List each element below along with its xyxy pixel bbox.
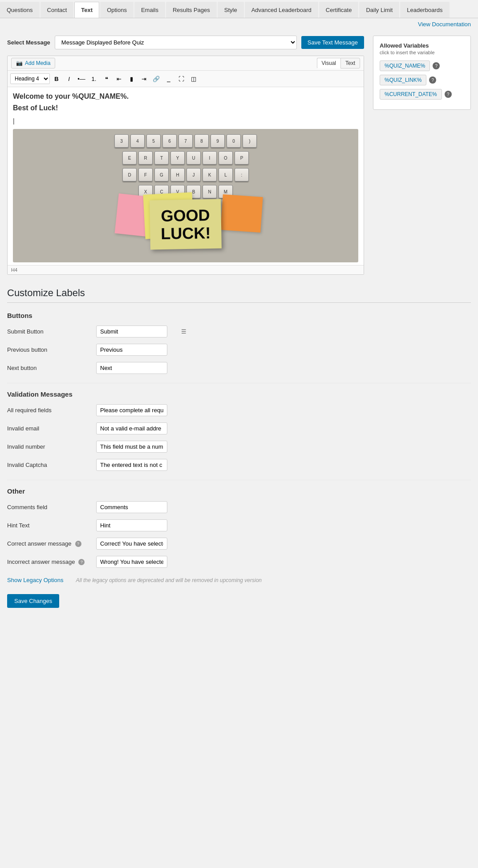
invalid-captcha-label: Invalid Captcha — [7, 462, 96, 468]
previous-button-row: Previous button — [7, 344, 471, 356]
tab-leaderboards[interactable]: Leaderboards — [400, 2, 449, 18]
editor-content-area[interactable]: Welcome to your %QUIZ_NAME%. Best of Luc… — [8, 87, 364, 265]
variable-quiz-name-badge[interactable]: %QUIZ_NAME% — [380, 60, 430, 71]
editor-good-luck-text: Best of Luck! — [13, 104, 358, 112]
tab-contact[interactable]: Contact — [41, 2, 74, 18]
visual-text-tabs: Visual Text — [317, 58, 360, 68]
sticky-note-text: GOODLUCK! — [158, 206, 212, 242]
ordered-list-button[interactable]: 1. — [88, 73, 100, 84]
next-button-label: Next button — [7, 365, 96, 371]
tab-certificate[interactable]: Certificate — [319, 2, 359, 18]
editor-status-bar: H4 — [8, 265, 364, 274]
legacy-note: All the legacy options are deprecated an… — [76, 577, 262, 583]
tab-emails[interactable]: Emails — [134, 2, 165, 18]
submit-button-label: Submit Button — [7, 328, 96, 335]
submit-button-row: Submit Button ☰ — [7, 326, 471, 338]
unordered-list-button[interactable]: •— — [76, 73, 87, 84]
hint-text-input[interactable] — [96, 519, 167, 531]
legacy-options-row: Show Legacy Options All the legacy optio… — [7, 577, 471, 583]
hint-text-row: Hint Text — [7, 519, 471, 531]
format-toolbar: Heading 4 Heading 1 Heading 2 Heading 3 … — [8, 71, 364, 87]
required-fields-label: All required fields — [7, 407, 96, 414]
tab-questions[interactable]: Questions — [0, 2, 40, 18]
italic-button[interactable]: I — [63, 73, 75, 84]
next-button-row: Next button — [7, 362, 471, 374]
variable-item-current-date: %CURRENT_DATE% ? — [380, 89, 464, 100]
hint-text-label: Hint Text — [7, 522, 96, 529]
save-text-message-button[interactable]: Save Text Message — [301, 36, 364, 49]
buttons-subsection: Buttons Submit Button ☰ Previous button … — [7, 312, 471, 374]
visual-tab[interactable]: Visual — [317, 58, 340, 68]
save-changes-button[interactable]: Save Changes — [7, 594, 59, 608]
variable-quiz-link-help[interactable]: ? — [429, 76, 436, 84]
variable-quiz-link-badge[interactable]: %QUIZ_LINK% — [380, 75, 426, 85]
sub-separator-2 — [7, 480, 471, 480]
horizontal-rule-button[interactable]: ⎯ — [163, 73, 174, 84]
view-documentation-link[interactable]: View Documentation — [418, 21, 471, 28]
image-icon: 📷 — [16, 60, 23, 66]
incorrect-answer-label: Incorrect answer message ? — [7, 559, 96, 565]
select-message-row: Select Message Message Displayed Before … — [7, 36, 364, 49]
text-tab[interactable]: Text — [340, 58, 360, 68]
correct-answer-label: Correct answer message ? — [7, 540, 96, 547]
invalid-captcha-input[interactable] — [96, 459, 167, 471]
submit-button-input-wrapper: ☰ — [96, 326, 167, 338]
comments-field-label: Comments field — [7, 504, 96, 510]
customize-divider — [7, 302, 471, 303]
show-legacy-link[interactable]: Show Legacy Options — [7, 577, 63, 583]
comments-field-row: Comments field — [7, 501, 471, 513]
tab-options[interactable]: Options — [100, 2, 134, 18]
sidebar-panel: Allowed Variables click to insert the va… — [373, 36, 471, 275]
customize-section: Customize Labels Buttons Submit Button ☰… — [0, 280, 478, 617]
invalid-email-input[interactable] — [96, 422, 167, 434]
tab-results-pages[interactable]: Results Pages — [166, 2, 217, 18]
editor-panel: Select Message Message Displayed Before … — [7, 36, 364, 275]
submit-button-input[interactable] — [97, 326, 178, 337]
view-doc-bar: View Documentation — [0, 18, 478, 30]
tab-style[interactable]: Style — [218, 2, 244, 18]
incorrect-answer-input[interactable] — [96, 556, 167, 568]
variable-item-quiz-link: %QUIZ_LINK% ? — [380, 75, 464, 85]
editor-welcome-text: Welcome to your %QUIZ_NAME%. — [13, 92, 358, 100]
variable-current-date-help[interactable]: ? — [445, 91, 452, 98]
correct-answer-input[interactable] — [96, 538, 167, 550]
previous-button-input[interactable] — [96, 344, 167, 356]
align-left-button[interactable]: ⇤ — [113, 73, 125, 84]
other-subtitle: Other — [7, 487, 471, 495]
invalid-email-label: Invalid email — [7, 425, 96, 432]
incorrect-answer-help-icon[interactable]: ? — [78, 559, 85, 565]
variable-item-quiz-name: %QUIZ_NAME% ? — [380, 60, 464, 71]
editor-scroll: Welcome to your %QUIZ_NAME%. Best of Luc… — [8, 87, 364, 265]
submit-icon: ☰ — [178, 328, 189, 335]
add-media-button[interactable]: 📷 Add Media — [11, 58, 55, 68]
sub-separator-1 — [7, 383, 471, 383]
tab-daily-limit[interactable]: Daily Limit — [359, 2, 399, 18]
editor-wrapper: 📷 Add Media Visual Text Heading 4 Headin… — [7, 56, 364, 275]
invalid-number-row: Invalid number — [7, 441, 471, 453]
comments-field-input[interactable] — [96, 501, 167, 513]
table-button[interactable]: ◫ — [188, 73, 199, 84]
allowed-variables-box: Allowed Variables click to insert the va… — [373, 36, 471, 110]
invalid-number-input[interactable] — [96, 441, 167, 453]
tab-advanced-leaderboard[interactable]: Advanced Leaderboard — [245, 2, 318, 18]
bold-button[interactable]: B — [51, 73, 62, 84]
align-center-button[interactable]: ▮ — [126, 73, 137, 84]
blockquote-button[interactable]: ❝ — [101, 73, 112, 84]
variable-current-date-badge[interactable]: %CURRENT_DATE% — [380, 89, 442, 100]
fullscreen-button[interactable]: ⛶ — [175, 73, 187, 84]
tab-text[interactable]: Text — [74, 2, 99, 18]
good-luck-image: 3456 7890 ) ERTY UIOP DFGH JKL: — [13, 129, 358, 262]
correct-answer-help-icon[interactable]: ? — [75, 541, 81, 547]
required-fields-input[interactable] — [96, 404, 167, 416]
validation-subsection: Validation Messages All required fields … — [7, 390, 471, 471]
variable-quiz-name-help[interactable]: ? — [433, 62, 440, 69]
editor-toolbar-top: 📷 Add Media Visual Text — [8, 56, 364, 71]
invalid-email-row: Invalid email — [7, 422, 471, 434]
heading-select[interactable]: Heading 4 Heading 1 Heading 2 Heading 3 … — [10, 73, 50, 84]
link-button[interactable]: 🔗 — [150, 73, 162, 84]
message-type-dropdown[interactable]: Message Displayed Before Quiz — [55, 36, 297, 49]
next-button-input[interactable] — [96, 362, 167, 374]
align-right-button[interactable]: ⇥ — [138, 73, 150, 84]
other-subsection: Other Comments field Hint Text Correct a… — [7, 487, 471, 568]
select-message-label: Select Message — [7, 39, 50, 46]
